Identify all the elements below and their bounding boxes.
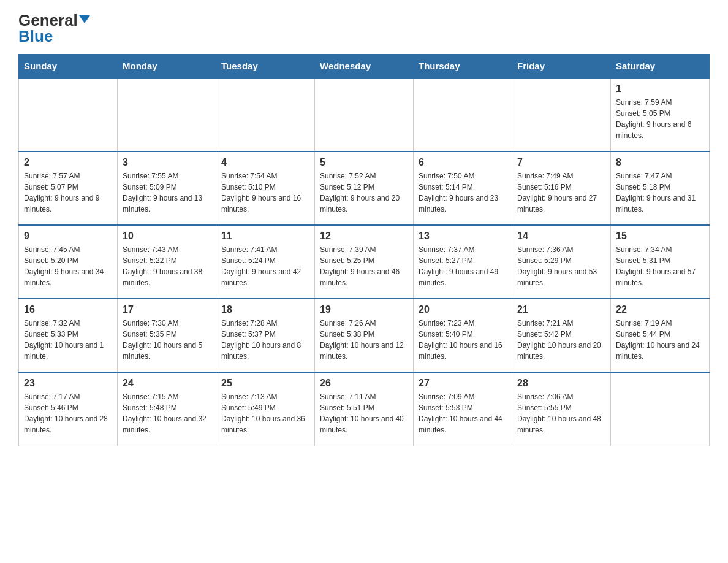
day-info: Sunrise: 7:19 AM Sunset: 5:44 PM Dayligh… xyxy=(616,318,704,362)
day-info: Sunrise: 7:21 AM Sunset: 5:42 PM Dayligh… xyxy=(517,318,605,362)
weekday-header-thursday: Thursday xyxy=(414,55,512,79)
day-info: Sunrise: 7:06 AM Sunset: 5:55 PM Dayligh… xyxy=(517,391,605,435)
day-number: 11 xyxy=(221,231,309,242)
calendar-day-10: 10Sunrise: 7:43 AM Sunset: 5:22 PM Dayli… xyxy=(118,225,216,299)
day-info: Sunrise: 7:41 AM Sunset: 5:24 PM Dayligh… xyxy=(221,244,309,288)
day-number: 4 xyxy=(221,157,309,168)
calendar-day-16: 16Sunrise: 7:32 AM Sunset: 5:33 PM Dayli… xyxy=(19,299,118,372)
logo-triangle-icon xyxy=(79,15,90,23)
calendar-day-21: 21Sunrise: 7:21 AM Sunset: 5:42 PM Dayli… xyxy=(512,299,611,372)
calendar-day-15: 15Sunrise: 7:34 AM Sunset: 5:31 PM Dayli… xyxy=(611,225,710,299)
calendar-day-5: 5Sunrise: 7:52 AM Sunset: 5:12 PM Daylig… xyxy=(315,151,414,225)
day-info: Sunrise: 7:50 AM Sunset: 5:14 PM Dayligh… xyxy=(419,170,507,215)
day-info: Sunrise: 7:15 AM Sunset: 5:48 PM Dayligh… xyxy=(123,391,211,435)
calendar-empty-cell xyxy=(19,78,118,151)
calendar-day-27: 27Sunrise: 7:09 AM Sunset: 5:53 PM Dayli… xyxy=(414,372,512,446)
day-number: 18 xyxy=(221,304,309,315)
calendar-day-19: 19Sunrise: 7:26 AM Sunset: 5:38 PM Dayli… xyxy=(315,299,414,372)
day-info: Sunrise: 7:47 AM Sunset: 5:18 PM Dayligh… xyxy=(616,170,704,215)
day-info: Sunrise: 7:17 AM Sunset: 5:46 PM Dayligh… xyxy=(24,391,112,435)
day-number: 9 xyxy=(24,231,112,242)
day-info: Sunrise: 7:55 AM Sunset: 5:09 PM Dayligh… xyxy=(123,170,211,215)
calendar-week-row: 9Sunrise: 7:45 AM Sunset: 5:20 PM Daylig… xyxy=(19,225,710,299)
day-info: Sunrise: 7:57 AM Sunset: 5:07 PM Dayligh… xyxy=(24,170,112,215)
day-info: Sunrise: 7:43 AM Sunset: 5:22 PM Dayligh… xyxy=(123,244,211,288)
calendar-day-6: 6Sunrise: 7:50 AM Sunset: 5:14 PM Daylig… xyxy=(414,151,512,225)
day-info: Sunrise: 7:26 AM Sunset: 5:38 PM Dayligh… xyxy=(320,318,408,362)
calendar-day-24: 24Sunrise: 7:15 AM Sunset: 5:48 PM Dayli… xyxy=(118,372,216,446)
day-info: Sunrise: 7:11 AM Sunset: 5:51 PM Dayligh… xyxy=(320,391,408,435)
day-number: 14 xyxy=(517,231,605,242)
day-number: 12 xyxy=(320,231,408,242)
calendar-table: SundayMondayTuesdayWednesdayThursdayFrid… xyxy=(18,54,710,446)
calendar-week-row: 16Sunrise: 7:32 AM Sunset: 5:33 PM Dayli… xyxy=(19,299,710,372)
calendar-day-9: 9Sunrise: 7:45 AM Sunset: 5:20 PM Daylig… xyxy=(19,225,118,299)
calendar-day-22: 22Sunrise: 7:19 AM Sunset: 5:44 PM Dayli… xyxy=(611,299,710,372)
calendar-day-23: 23Sunrise: 7:17 AM Sunset: 5:46 PM Dayli… xyxy=(19,372,118,446)
day-number: 7 xyxy=(517,157,605,168)
logo: GeneralBlue xyxy=(18,12,90,44)
calendar-empty-cell xyxy=(315,78,414,151)
day-info: Sunrise: 7:52 AM Sunset: 5:12 PM Dayligh… xyxy=(320,170,408,215)
calendar-day-20: 20Sunrise: 7:23 AM Sunset: 5:40 PM Dayli… xyxy=(414,299,512,372)
day-number: 19 xyxy=(320,304,408,315)
day-number: 28 xyxy=(517,378,605,389)
day-number: 25 xyxy=(221,378,309,389)
day-number: 17 xyxy=(123,304,211,315)
day-number: 22 xyxy=(616,304,704,315)
calendar-week-row: 23Sunrise: 7:17 AM Sunset: 5:46 PM Dayli… xyxy=(19,372,710,446)
calendar-day-28: 28Sunrise: 7:06 AM Sunset: 5:55 PM Dayli… xyxy=(512,372,611,446)
day-number: 3 xyxy=(123,157,211,168)
day-info: Sunrise: 7:45 AM Sunset: 5:20 PM Dayligh… xyxy=(24,244,112,288)
day-info: Sunrise: 7:28 AM Sunset: 5:37 PM Dayligh… xyxy=(221,318,309,362)
day-info: Sunrise: 7:36 AM Sunset: 5:29 PM Dayligh… xyxy=(517,244,605,288)
day-number: 16 xyxy=(24,304,112,315)
weekday-header-sunday: Sunday xyxy=(19,55,118,79)
day-number: 2 xyxy=(24,157,112,168)
calendar-day-3: 3Sunrise: 7:55 AM Sunset: 5:09 PM Daylig… xyxy=(118,151,216,225)
calendar-day-1: 1Sunrise: 7:59 AM Sunset: 5:05 PM Daylig… xyxy=(611,78,710,151)
weekday-header-saturday: Saturday xyxy=(611,55,710,79)
day-info: Sunrise: 7:30 AM Sunset: 5:35 PM Dayligh… xyxy=(123,318,211,362)
calendar-day-14: 14Sunrise: 7:36 AM Sunset: 5:29 PM Dayli… xyxy=(512,225,611,299)
calendar-week-row: 2Sunrise: 7:57 AM Sunset: 5:07 PM Daylig… xyxy=(19,151,710,225)
day-number: 24 xyxy=(123,378,211,389)
calendar-day-8: 8Sunrise: 7:47 AM Sunset: 5:18 PM Daylig… xyxy=(611,151,710,225)
day-number: 6 xyxy=(419,157,507,168)
calendar-day-18: 18Sunrise: 7:28 AM Sunset: 5:37 PM Dayli… xyxy=(216,299,315,372)
calendar-day-25: 25Sunrise: 7:13 AM Sunset: 5:49 PM Dayli… xyxy=(216,372,315,446)
day-number: 15 xyxy=(616,231,704,242)
weekday-header-tuesday: Tuesday xyxy=(216,55,315,79)
calendar-day-17: 17Sunrise: 7:30 AM Sunset: 5:35 PM Dayli… xyxy=(118,299,216,372)
day-number: 8 xyxy=(616,157,704,168)
calendar-body: 1Sunrise: 7:59 AM Sunset: 5:05 PM Daylig… xyxy=(19,78,710,446)
calendar-day-2: 2Sunrise: 7:57 AM Sunset: 5:07 PM Daylig… xyxy=(19,151,118,225)
day-number: 13 xyxy=(419,231,507,242)
day-info: Sunrise: 7:37 AM Sunset: 5:27 PM Dayligh… xyxy=(419,244,507,288)
day-number: 1 xyxy=(616,83,704,94)
weekday-header-monday: Monday xyxy=(118,55,216,79)
calendar-day-4: 4Sunrise: 7:54 AM Sunset: 5:10 PM Daylig… xyxy=(216,151,315,225)
calendar-day-12: 12Sunrise: 7:39 AM Sunset: 5:25 PM Dayli… xyxy=(315,225,414,299)
weekday-header-row: SundayMondayTuesdayWednesdayThursdayFrid… xyxy=(19,55,710,79)
calendar-day-26: 26Sunrise: 7:11 AM Sunset: 5:51 PM Dayli… xyxy=(315,372,414,446)
header: GeneralBlue xyxy=(18,12,710,44)
day-info: Sunrise: 7:39 AM Sunset: 5:25 PM Dayligh… xyxy=(320,244,408,288)
calendar-empty-cell xyxy=(118,78,216,151)
logo-text: GeneralBlue xyxy=(18,12,90,44)
weekday-header-friday: Friday xyxy=(512,55,611,79)
calendar-day-11: 11Sunrise: 7:41 AM Sunset: 5:24 PM Dayli… xyxy=(216,225,315,299)
calendar-empty-cell xyxy=(611,372,710,446)
day-info: Sunrise: 7:32 AM Sunset: 5:33 PM Dayligh… xyxy=(24,318,112,362)
day-number: 10 xyxy=(123,231,211,242)
day-number: 26 xyxy=(320,378,408,389)
day-info: Sunrise: 7:23 AM Sunset: 5:40 PM Dayligh… xyxy=(419,318,507,362)
day-info: Sunrise: 7:59 AM Sunset: 5:05 PM Dayligh… xyxy=(616,97,704,141)
day-number: 20 xyxy=(419,304,507,315)
weekday-header-wednesday: Wednesday xyxy=(315,55,414,79)
calendar-empty-cell xyxy=(414,78,512,151)
calendar-empty-cell xyxy=(512,78,611,151)
day-info: Sunrise: 7:34 AM Sunset: 5:31 PM Dayligh… xyxy=(616,244,704,288)
calendar-header: SundayMondayTuesdayWednesdayThursdayFrid… xyxy=(19,55,710,79)
day-info: Sunrise: 7:49 AM Sunset: 5:16 PM Dayligh… xyxy=(517,170,605,215)
